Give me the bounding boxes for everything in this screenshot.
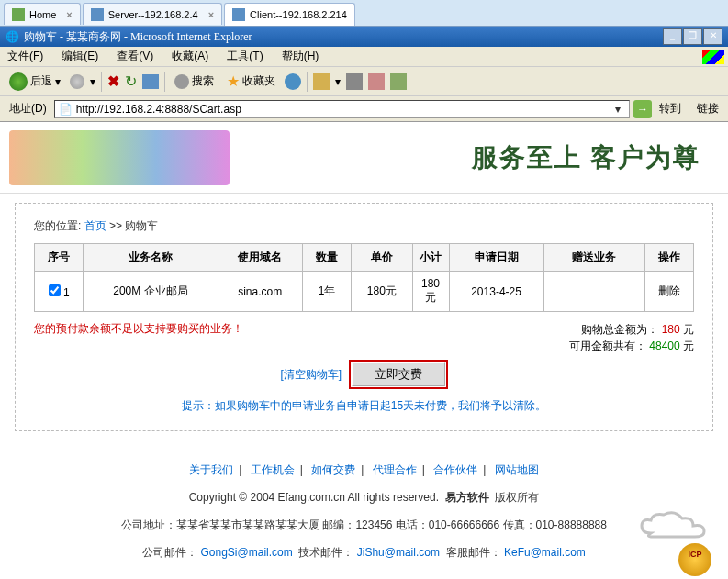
favorites-button[interactable]: ★ 收藏夹 bbox=[223, 71, 279, 92]
action-row: [清空购物车] 立即交费 bbox=[34, 360, 694, 389]
mail-button[interactable] bbox=[313, 73, 330, 90]
back-label: 后退 bbox=[30, 73, 52, 89]
footer-sitemap[interactable]: 网站地图 bbox=[489, 463, 544, 476]
row-checkbox[interactable] bbox=[49, 284, 61, 296]
footer: 关于我们| 工作机会| 如何交费| 代理合作| 合作伙伴| 网站地图 Copyr… bbox=[0, 440, 728, 579]
copyright-prefix: Copyright © 2004 Efang.com.cn All rights… bbox=[189, 491, 439, 504]
favorites-label: 收藏夹 bbox=[242, 73, 275, 89]
service-email[interactable]: KeFu@mail.com bbox=[504, 546, 586, 559]
cell-date: 2013-4-25 bbox=[449, 272, 543, 312]
home-button[interactable] bbox=[142, 74, 159, 89]
search-label: 搜索 bbox=[192, 73, 214, 89]
banner: 服务至上 客户为尊 bbox=[0, 122, 728, 194]
go-button[interactable]: → bbox=[633, 100, 652, 118]
address-input[interactable]: 📄 http://192.168.2.4:8888/SCart.asp ▾ bbox=[54, 100, 630, 118]
edit-button[interactable] bbox=[368, 73, 385, 90]
tab-home[interactable]: Home × bbox=[4, 3, 81, 25]
banner-slogan: 服务至上 客户为尊 bbox=[472, 140, 700, 175]
client-icon bbox=[232, 8, 245, 21]
menu-help[interactable]: 帮助(H) bbox=[278, 47, 323, 66]
page-content: 服务至上 客户为尊 您的位置: 首页 >> 购物车 序号 业务名称 使用域名 数… bbox=[0, 122, 728, 579]
tab-server[interactable]: Server--192.168.2.4 × bbox=[83, 3, 222, 25]
table-row: 1 200M 企业邮局 sina.com 1年 180元 180元 2013-4… bbox=[35, 272, 694, 312]
menu-tools[interactable]: 工具(T) bbox=[223, 47, 266, 66]
ie-logo-icon: 🌐 bbox=[6, 30, 19, 44]
pay-button[interactable]: 立即交费 bbox=[352, 362, 445, 386]
avail-label: 可用金额共有： bbox=[569, 340, 646, 352]
close-icon[interactable]: × bbox=[208, 9, 214, 20]
tip-text: 提示：如果购物车中的申请业务自申请日起15天未付费，我们将予以清除。 bbox=[34, 398, 694, 414]
tech-email[interactable]: JiShu@mail.com bbox=[357, 546, 440, 559]
history-button[interactable] bbox=[285, 73, 301, 90]
print-button[interactable] bbox=[346, 73, 363, 90]
cell-domain: sina.com bbox=[218, 272, 302, 312]
cell-bonus bbox=[543, 272, 644, 312]
delete-link[interactable]: 删除 bbox=[658, 284, 680, 297]
forward-button[interactable] bbox=[70, 74, 84, 89]
menu-favorites[interactable]: 收藏(A) bbox=[168, 47, 212, 66]
footer-partner[interactable]: 合作伙伴 bbox=[428, 463, 483, 476]
toolbar: 后退 ▾ ▾ ✖ ↻ 搜索 ★ 收藏夹 ▾ bbox=[0, 67, 728, 96]
col-domain: 使用域名 bbox=[218, 244, 302, 272]
menu-file[interactable]: 文件(F) bbox=[4, 47, 47, 66]
tab-label: Server--192.168.2.4 bbox=[108, 9, 198, 20]
breadcrumb-home[interactable]: 首页 bbox=[84, 219, 106, 232]
table-header-row: 序号 业务名称 使用域名 数量 单价 小计 申请日期 赠送业务 操作 bbox=[35, 244, 694, 272]
col-name: 业务名称 bbox=[84, 244, 218, 272]
maximize-button[interactable]: ❐ bbox=[683, 28, 702, 45]
company-emails: 公司邮件： GongSi@mail.com 技术邮件： JiShu@mail.c… bbox=[0, 541, 728, 563]
star-icon: ★ bbox=[227, 72, 240, 90]
email-label-2: 技术邮件： bbox=[298, 546, 353, 559]
stop-button[interactable]: ✖ bbox=[107, 72, 119, 90]
cell-name: 200M 企业邮局 bbox=[84, 272, 218, 312]
links-label[interactable]: 链接 bbox=[689, 101, 722, 117]
main-panel: 您的位置: 首页 >> 购物车 序号 业务名称 使用域名 数量 单价 小计 申请… bbox=[15, 203, 713, 431]
total-value: 180 bbox=[662, 323, 680, 336]
menu-view[interactable]: 查看(V) bbox=[113, 47, 157, 66]
col-price: 单价 bbox=[352, 244, 412, 272]
search-button[interactable]: 搜索 bbox=[171, 72, 218, 91]
footer-jobs[interactable]: 工作机会 bbox=[245, 463, 300, 476]
total-unit: 元 bbox=[683, 323, 694, 336]
tab-label: Client--192.168.2.214 bbox=[250, 9, 347, 20]
tab-label: Home bbox=[29, 9, 56, 20]
banner-image bbox=[9, 130, 230, 185]
back-icon bbox=[9, 72, 28, 91]
close-icon[interactable]: × bbox=[66, 9, 72, 20]
close-button[interactable]: ✕ bbox=[703, 28, 722, 45]
chevron-down-icon: ▾ bbox=[90, 75, 95, 88]
pay-button-frame: 立即交费 bbox=[349, 360, 448, 389]
refresh-button[interactable]: ↻ bbox=[125, 72, 137, 90]
avail-unit: 元 bbox=[683, 340, 694, 352]
col-bonus: 赠送业务 bbox=[543, 244, 644, 272]
home-icon bbox=[12, 8, 25, 21]
window-title: 购物车 - 某某商务网 - Microsoft Internet Explore… bbox=[24, 29, 252, 45]
footer-about[interactable]: 关于我们 bbox=[184, 463, 239, 476]
clear-cart-link[interactable]: [清空购物车] bbox=[280, 368, 342, 381]
tab-client[interactable]: Client--192.168.2.214 bbox=[224, 3, 355, 26]
copyright: Copyright © 2004 Efang.com.cn All rights… bbox=[0, 486, 728, 508]
go-label: 转到 bbox=[655, 101, 685, 117]
address-label: 地址(D) bbox=[6, 101, 50, 117]
col-action: 操作 bbox=[644, 244, 693, 272]
col-seq: 序号 bbox=[35, 244, 84, 272]
cart-table: 序号 业务名称 使用域名 数量 单价 小计 申请日期 赠送业务 操作 1 200… bbox=[34, 243, 694, 312]
discuss-button[interactable] bbox=[390, 73, 407, 90]
footer-agent[interactable]: 代理合作 bbox=[367, 463, 422, 476]
minimize-button[interactable]: _ bbox=[663, 28, 682, 45]
col-subtotal: 小计 bbox=[412, 244, 449, 272]
chevron-down-icon: ▾ bbox=[55, 75, 61, 88]
search-icon bbox=[174, 74, 189, 89]
menubar: 文件(F) 编辑(E) 查看(V) 收藏(A) 工具(T) 帮助(H) bbox=[0, 47, 728, 67]
footer-pay[interactable]: 如何交费 bbox=[306, 463, 361, 476]
back-button[interactable]: 后退 ▾ bbox=[6, 71, 64, 93]
server-icon bbox=[91, 8, 104, 21]
menu-edit[interactable]: 编辑(E) bbox=[58, 47, 102, 66]
cell-qty: 1年 bbox=[302, 272, 351, 312]
copyright-brand: 易方软件 bbox=[445, 491, 489, 504]
company-email[interactable]: GongSi@mail.com bbox=[201, 546, 293, 559]
warning-text: 您的预付款余额不足以支持要购买的业务！ bbox=[34, 321, 243, 337]
company-address: 公司地址：某某省某某市某某路某某大厦 邮编：123456 电话：010-6666… bbox=[0, 514, 728, 536]
breadcrumb: 您的位置: 首页 >> 购物车 bbox=[34, 215, 694, 243]
dropdown-icon[interactable]: ▾ bbox=[610, 103, 625, 116]
